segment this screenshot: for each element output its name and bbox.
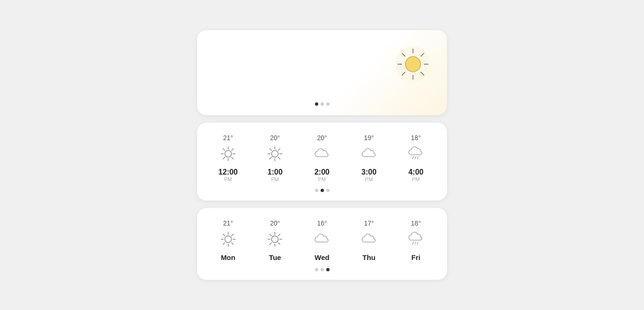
- daily-item: 20° Tue: [252, 219, 299, 261]
- daily-item: 17° Thu: [346, 219, 393, 261]
- daily-icon: [314, 231, 330, 250]
- svg-line-37: [231, 234, 233, 236]
- svg-line-50: [415, 242, 416, 244]
- daily-item: 16° Wed: [298, 219, 346, 261]
- svg-line-51: [417, 242, 418, 244]
- card1-dots: [212, 102, 432, 106]
- daily-day: Wed: [314, 253, 329, 261]
- daily-day: Mon: [221, 253, 235, 261]
- svg-line-24: [278, 157, 280, 159]
- current-weather-card: [197, 30, 447, 115]
- hourly-icon: [361, 145, 378, 164]
- hourly-time: 4:00 PM: [408, 168, 423, 182]
- hourly-item: 19° 3:00 PM: [346, 134, 393, 182]
- svg-line-45: [278, 243, 280, 244]
- hourly-item: 20° 2:00 PM: [298, 134, 346, 182]
- dot-h1[interactable]: [315, 189, 318, 192]
- hourly-temp: 18°: [411, 134, 421, 142]
- hourly-icon: [407, 145, 424, 164]
- hourly-temp: 20°: [270, 134, 280, 142]
- svg-line-29: [415, 157, 416, 159]
- svg-line-47: [270, 243, 272, 244]
- svg-line-36: [231, 243, 233, 244]
- hourly-item: 18° 4:00 PM: [392, 134, 439, 182]
- dot-2[interactable]: [321, 102, 324, 106]
- dot-1[interactable]: [315, 102, 318, 106]
- daily-icon: [220, 231, 237, 250]
- hourly-icon: [220, 145, 237, 164]
- hourly-temp: 19°: [364, 134, 374, 142]
- svg-line-15: [231, 157, 233, 159]
- svg-point-18: [225, 151, 231, 157]
- daily-icon: [266, 231, 283, 250]
- hourly-icon: [314, 145, 330, 164]
- svg-line-44: [270, 234, 272, 236]
- svg-line-46: [278, 234, 280, 236]
- svg-line-17: [223, 157, 225, 159]
- svg-point-48: [272, 236, 278, 243]
- daily-icon: [361, 231, 378, 250]
- svg-point-27: [272, 151, 278, 157]
- daily-temp: 20°: [270, 219, 280, 227]
- svg-line-25: [278, 149, 280, 151]
- hourly-item: 21° 12:00 PM: [205, 134, 252, 182]
- hourly-forecast-row: 21° 12:00 PM 20° 1:00 PM 20°: [205, 134, 439, 182]
- daily-forecast-card: 21° Mon 20° Tue 16° Wed 17° Thu: [197, 208, 447, 280]
- hourly-icon: [266, 145, 283, 164]
- svg-line-26: [270, 157, 272, 159]
- svg-line-49: [413, 242, 413, 244]
- svg-line-30: [417, 157, 418, 159]
- svg-point-39: [225, 236, 231, 243]
- dot-h3[interactable]: [326, 189, 330, 192]
- svg-line-23: [270, 149, 272, 151]
- hourly-time: 3:00 PM: [362, 168, 377, 182]
- daily-temp: 21°: [223, 219, 233, 227]
- hourly-time: 1:00 PM: [267, 168, 282, 182]
- dot-d2[interactable]: [321, 268, 324, 271]
- svg-line-16: [231, 149, 233, 151]
- svg-line-38: [223, 243, 225, 244]
- dot-3[interactable]: [326, 102, 330, 106]
- svg-point-9: [405, 57, 421, 72]
- daily-item: 21° Mon: [205, 219, 252, 261]
- daily-temp: 17°: [364, 219, 374, 227]
- daily-day: Thu: [363, 253, 376, 261]
- hourly-temp: 20°: [317, 134, 327, 142]
- svg-line-35: [223, 234, 225, 236]
- card2-dots: [205, 189, 439, 192]
- card3-dots: [205, 268, 439, 271]
- daily-temp: 16°: [317, 219, 327, 227]
- svg-line-28: [413, 157, 413, 159]
- daily-day: Tue: [269, 253, 281, 261]
- daily-icon: [407, 231, 424, 250]
- daily-temp: 18°: [411, 219, 421, 227]
- daily-forecast-row: 21° Mon 20° Tue 16° Wed 17° Thu: [205, 219, 439, 261]
- svg-line-14: [223, 149, 225, 151]
- sun-icon-large: [394, 45, 432, 83]
- daily-item: 18° Fri: [392, 219, 439, 261]
- hourly-temp: 21°: [223, 134, 233, 142]
- dot-d3[interactable]: [326, 268, 330, 271]
- dot-h2[interactable]: [321, 189, 324, 192]
- hourly-time: 2:00 PM: [314, 168, 330, 182]
- daily-day: Fri: [412, 253, 421, 261]
- weather-container: 21° 12:00 PM 20° 1:00 PM 20°: [197, 30, 447, 280]
- dot-d1[interactable]: [315, 268, 318, 271]
- hourly-item: 20° 1:00 PM: [252, 134, 299, 182]
- hourly-time: 12:00 PM: [218, 168, 238, 182]
- hourly-forecast-card: 21° 12:00 PM 20° 1:00 PM 20°: [197, 123, 447, 201]
